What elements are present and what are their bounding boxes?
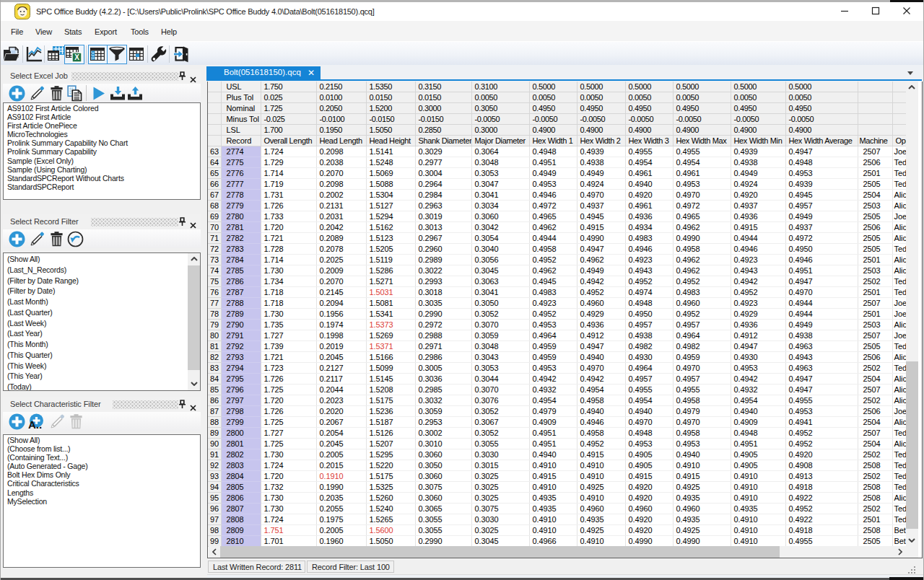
svg-text:A..: A.. — [28, 418, 42, 431]
svg-text:X: X — [74, 53, 79, 61]
